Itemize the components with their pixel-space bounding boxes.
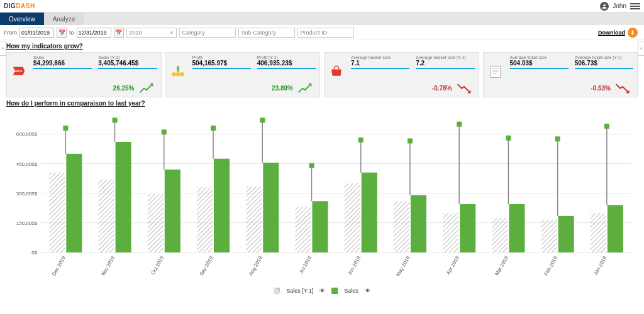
bar-curr[interactable] — [411, 195, 426, 252]
clear-icon[interactable]: × — [170, 30, 173, 36]
eye-icon[interactable]: 👁 — [365, 288, 370, 294]
x-axis-tick: Sep 2019 — [199, 255, 214, 277]
legend-curr[interactable]: Sales — [344, 288, 358, 294]
target-marker[interactable] — [457, 122, 462, 127]
bar-curr[interactable] — [116, 142, 131, 252]
tab-overview[interactable]: Overview — [0, 13, 44, 25]
x-axis-tick: Oct 2019 — [150, 255, 165, 276]
kpi-value-prev: 7.2 — [416, 60, 474, 67]
expand-right-icon[interactable]: ‹ — [638, 41, 644, 56]
user-name: John — [613, 3, 626, 9]
bar-curr[interactable] — [608, 205, 623, 252]
kpi-value: $4,299,866 — [33, 60, 92, 67]
bar-prev[interactable] — [49, 173, 65, 252]
date-from-input[interactable] — [19, 28, 54, 38]
user-avatar-icon[interactable] — [600, 2, 609, 11]
bar-prev[interactable] — [492, 218, 508, 252]
legend-swatch-prev — [274, 288, 280, 294]
eye-icon[interactable]: 👁 — [319, 288, 325, 294]
target-marker[interactable] — [604, 124, 609, 129]
bar-curr[interactable] — [460, 204, 475, 252]
brand-logo: DIGDASH — [4, 3, 35, 9]
menu-icon[interactable] — [630, 3, 640, 9]
kpi-card: Average ticket size504.03$Average ticket… — [483, 52, 638, 97]
x-axis-tick: Feb 2019 — [543, 255, 559, 276]
expand-left-icon[interactable]: › — [0, 41, 6, 56]
x-axis-tick: Dec 2019 — [51, 255, 67, 277]
target-marker[interactable] — [162, 129, 167, 134]
kpi-label-prev: Average ticket size [Y-1] — [575, 55, 633, 60]
x-axis-tick: Jun 2019 — [347, 255, 362, 276]
subcategory-filter[interactable]: Sub-Category — [238, 28, 295, 38]
comparison-title: How do I perform in comparaison to last … — [0, 97, 644, 109]
x-axis-tick: Jul 2019 — [298, 255, 313, 274]
target-marker[interactable] — [555, 136, 560, 141]
bar-prev[interactable] — [99, 180, 114, 252]
year-filter[interactable]: 2019 × — [126, 28, 177, 38]
y-axis-tick: 600,000$ — [16, 131, 38, 137]
download-badge-icon[interactable]: ⬇ — [628, 28, 638, 38]
kpi-pct: -0.78% — [432, 85, 452, 92]
legend-swatch-curr — [331, 288, 338, 294]
bar-curr[interactable] — [509, 204, 525, 252]
svg-point-0 — [604, 4, 606, 6]
ticket-icon — [487, 63, 504, 79]
target-marker[interactable] — [506, 136, 511, 141]
target-marker[interactable] — [113, 117, 118, 122]
date-to-input[interactable] — [77, 28, 111, 38]
target-marker[interactable] — [309, 163, 314, 168]
kpi-label: Average basket size — [351, 55, 409, 60]
svg-point-5 — [180, 72, 184, 77]
legend-prev[interactable]: Sales [Y-1] — [286, 288, 313, 294]
bar-prev[interactable] — [197, 187, 213, 252]
tab-analyze[interactable]: Analyze — [44, 13, 84, 25]
calendar-icon[interactable]: 📅 — [114, 28, 124, 38]
bar-curr[interactable] — [66, 154, 82, 252]
target-marker[interactable] — [408, 138, 413, 143]
y-axis-tick: 0$ — [31, 250, 37, 256]
kpi-value-prev: 506.73$ — [575, 60, 633, 67]
x-axis-tick: Aug 2019 — [248, 255, 264, 277]
bar-prev[interactable] — [148, 194, 164, 252]
from-label: From — [4, 30, 17, 36]
bar-prev[interactable] — [394, 201, 409, 252]
kpi-label: Sales — [33, 55, 92, 60]
kpi-pct: 23.89% — [272, 85, 293, 92]
download-link[interactable]: Download — [598, 30, 625, 36]
x-axis-tick: Jan 2019 — [592, 255, 608, 276]
product-filter[interactable]: Product ID — [297, 28, 354, 38]
calendar-icon[interactable]: 📅 — [57, 28, 67, 38]
x-axis-tick: May 2019 — [395, 255, 411, 277]
bar-prev[interactable] — [345, 183, 360, 252]
x-axis-tick: Mar 2019 — [494, 255, 509, 276]
sale-icon: SALE — [11, 63, 27, 79]
y-axis-tick: 300,000$ — [16, 191, 38, 197]
chart-legend: Sales [Y-1] 👁 Sales 👁 — [6, 285, 638, 294]
bar-curr[interactable] — [214, 159, 230, 252]
kpi-label-prev: Sales [Y-1] — [98, 55, 157, 60]
target-marker[interactable] — [358, 138, 364, 143]
target-marker[interactable] — [260, 117, 265, 122]
svg-point-4 — [175, 72, 180, 77]
bar-curr[interactable] — [362, 173, 377, 252]
target-marker[interactable] — [211, 126, 216, 131]
bar-prev[interactable] — [246, 187, 262, 252]
bar-prev[interactable] — [443, 213, 458, 252]
category-filter[interactable]: Category — [179, 28, 236, 38]
bar-curr[interactable] — [263, 163, 279, 252]
kpi-label: Average ticket size — [510, 55, 569, 60]
x-axis-tick: Apr 2019 — [445, 255, 460, 276]
y-axis-tick: 150,000$ — [16, 220, 38, 226]
bar-curr[interactable] — [312, 201, 328, 252]
to-label: to — [69, 30, 74, 36]
kpi-card: Profit504,165.97$Profit [Y-1]406,935.23$… — [165, 52, 321, 97]
bar-prev[interactable] — [295, 207, 311, 252]
bar-prev[interactable] — [591, 213, 606, 252]
svg-text:SALE: SALE — [14, 69, 23, 73]
bar-curr[interactable] — [558, 216, 574, 252]
bar-prev[interactable] — [541, 220, 557, 252]
target-marker[interactable] — [63, 126, 68, 131]
bar-curr[interactable] — [165, 170, 180, 252]
x-axis-tick: Nov 2019 — [100, 255, 116, 277]
kpi-label: Profit — [192, 55, 251, 60]
